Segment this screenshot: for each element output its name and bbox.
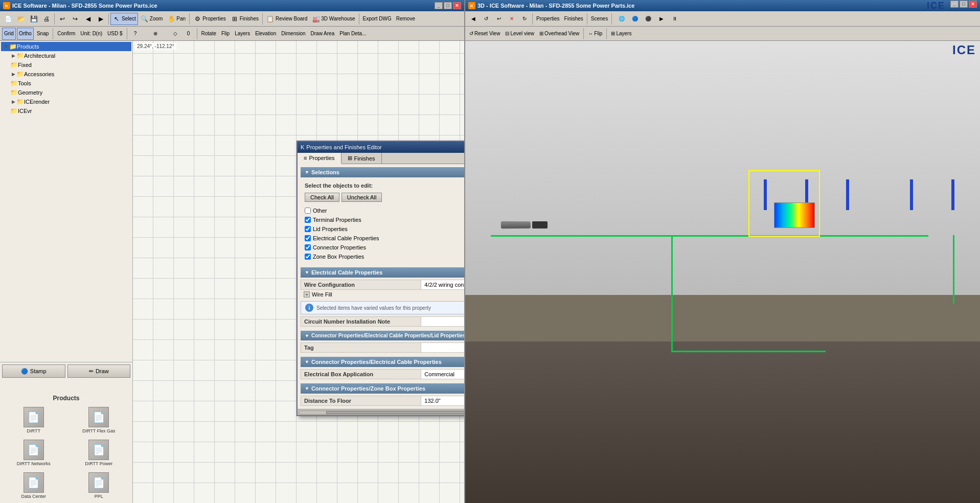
3d-reset-btn[interactable]: ↺ xyxy=(480,13,492,25)
grid-mode-btn[interactable]: Grid xyxy=(2,28,16,40)
connector-section-header[interactable]: ▼ Connector Properties/Electrical Cable … xyxy=(301,331,464,340)
expander-accessories[interactable]: ▶ xyxy=(10,71,16,77)
expander-products[interactable]: ▼ xyxy=(3,43,9,50)
snap-toggle[interactable]: ◇ xyxy=(169,28,181,40)
zoom-btn[interactable]: 🔍 Zoom xyxy=(139,13,165,25)
new-btn[interactable]: 📄 xyxy=(2,13,14,25)
tree-item-icevr[interactable]: 📁 ICEvr xyxy=(1,106,131,116)
minimize-button[interactable]: _ xyxy=(435,2,443,9)
wire-fill-expand-btn[interactable]: + xyxy=(304,291,310,298)
layers-btn[interactable]: Layers xyxy=(233,28,252,40)
plan-detail-btn[interactable]: Plan Deta... xyxy=(337,28,368,40)
right-maximize-button[interactable]: □ xyxy=(960,1,968,8)
right-minimize-button[interactable]: _ xyxy=(950,1,959,8)
scrollbar-track[interactable] xyxy=(299,410,464,415)
dimension-btn[interactable]: Dimension xyxy=(279,28,307,40)
warehouse-btn[interactable]: 🏭 3D Warehouse xyxy=(310,13,357,25)
product-dirtt-flex-gas[interactable]: 📄 DIRTT Flex Gas xyxy=(67,405,131,436)
export-dwg-btn[interactable]: Export DWG xyxy=(361,13,394,25)
remove-btn[interactable]: Remove xyxy=(394,13,417,25)
flip-btn[interactable]: Flip xyxy=(219,28,232,40)
cb-connector-input[interactable] xyxy=(305,244,311,250)
level-view-btn[interactable]: ⊟ Level view xyxy=(503,28,536,40)
tag-input[interactable] xyxy=(424,345,464,351)
3d-undo-btn[interactable]: ↩ xyxy=(493,13,505,25)
3d-flip-btn[interactable]: ↔ Flip xyxy=(586,28,604,40)
3d-layers-btn[interactable]: ⊞ Layers xyxy=(609,28,633,40)
help-btn[interactable]: ? xyxy=(129,28,142,40)
product-dirtt-networks[interactable]: 📄 DIRTT Networks xyxy=(2,438,65,468)
zone-box-section-header[interactable]: ▼ Connector Properties/Zone Box Properti… xyxy=(301,383,464,394)
3d-icon-btn-2[interactable]: 🔵 xyxy=(629,13,641,25)
3d-refresh-btn[interactable]: ↻ xyxy=(518,13,531,25)
product-dirtt-power[interactable]: 📄 DIRTT Power xyxy=(67,438,131,468)
3d-icon-btn-1[interactable]: 🌐 xyxy=(616,13,628,25)
maximize-button[interactable]: □ xyxy=(444,2,452,9)
cb-lid-input[interactable] xyxy=(305,226,311,232)
tree-item-fixed[interactable]: 📁 Fixed xyxy=(1,60,131,70)
tree-item-icerender[interactable]: ▶ 📁 ICErender xyxy=(1,97,131,106)
expander-icerender[interactable]: ▶ xyxy=(10,99,16,105)
right-close-button[interactable]: ✕ xyxy=(969,1,977,8)
cb-zone-box-input[interactable] xyxy=(305,254,311,260)
3d-icon-btn-3[interactable]: ⚫ xyxy=(642,13,654,25)
confirm-btn[interactable]: Confirm xyxy=(55,28,77,40)
cb-electrical-cable-input[interactable] xyxy=(305,235,311,241)
properties-dialog[interactable]: K Properties and Finishes Editor _ □ ✕ xyxy=(297,141,464,416)
product-data-center[interactable]: 📄 Data Center xyxy=(2,470,65,501)
elevation-btn[interactable]: Elevation xyxy=(253,28,278,40)
rotate-btn[interactable]: Rotate xyxy=(199,28,218,40)
properties-btn[interactable]: ⚙ Properties xyxy=(191,13,228,25)
overhead-view-btn[interactable]: ⊞ Overhead View xyxy=(537,28,581,40)
open-btn[interactable]: 📂 xyxy=(15,13,27,25)
forward-btn[interactable]: ▶ xyxy=(95,13,107,25)
tree-item-architectural[interactable]: ▶ 📁 Architectural xyxy=(1,51,131,60)
review-board-btn[interactable]: 📋 Review Board xyxy=(264,13,309,25)
print-btn[interactable]: 🖨 xyxy=(40,13,53,25)
wire-config-input[interactable] xyxy=(424,282,464,288)
ortho-btn[interactable]: Unit: D(n)Ortho xyxy=(17,28,34,40)
scrollbar-thumb[interactable] xyxy=(326,411,464,414)
3d-scenes-btn[interactable]: Scenes xyxy=(589,13,610,25)
pan-btn[interactable]: ✋ Pan xyxy=(165,13,188,25)
3d-icon-btn-4[interactable]: ▶ xyxy=(655,13,668,25)
3d-finishes-btn[interactable]: Finishes xyxy=(562,13,585,25)
selections-section-header[interactable]: ▼ Selections xyxy=(301,167,464,177)
select-btn[interactable]: ↖ Select xyxy=(110,13,138,25)
close-button[interactable]: ✕ xyxy=(453,2,461,9)
right-window-controls: ICE _ □ ✕ xyxy=(927,1,977,11)
undo-btn[interactable]: ↩ xyxy=(56,13,69,25)
3d-back-btn[interactable]: ◀ xyxy=(467,13,480,25)
draw-area-btn[interactable]: Draw Area xyxy=(309,28,337,40)
cb-other-input[interactable] xyxy=(305,208,311,214)
tree-item-tools[interactable]: 📁 Tools xyxy=(1,79,131,88)
tree-item-accessories[interactable]: ▶ 📁 Accessories xyxy=(1,70,131,79)
3d-close-btn[interactable]: ✕ xyxy=(506,13,518,25)
3d-icon-btn-5[interactable]: ⏸ xyxy=(669,13,681,25)
tree-item-geometry[interactable]: 📁 Geometry xyxy=(1,88,131,97)
stamp-button[interactable]: 🔵 Stamp xyxy=(2,364,65,378)
3d-properties-btn[interactable]: Properties xyxy=(534,13,562,25)
tab-properties[interactable]: ≡ Properties xyxy=(298,153,341,164)
dialog-scrollbar[interactable] xyxy=(298,409,464,415)
distance-input[interactable] xyxy=(424,398,464,404)
uncheck-all-btn[interactable]: Uncheck All xyxy=(341,193,382,202)
finishes-btn[interactable]: ⊞ Finishes xyxy=(229,13,261,25)
back-btn[interactable]: ◀ xyxy=(82,13,94,25)
cb-terminal-input[interactable] xyxy=(305,217,311,223)
circuit-note-input[interactable] xyxy=(424,318,464,325)
expander-architectural[interactable]: ▶ xyxy=(10,53,16,59)
conn-elec-section-header[interactable]: ▼ Connector Properties/Electrical Cable … xyxy=(301,357,464,367)
snap-btn[interactable]: Snap xyxy=(35,28,51,40)
electrical-cable-section-header[interactable]: ▼ Electrical Cable Properties xyxy=(301,267,464,278)
redo-btn[interactable]: ↪ xyxy=(69,13,81,25)
draw-button[interactable]: ✏ Draw xyxy=(67,364,131,378)
reset-view-btn[interactable]: ↺ Reset View xyxy=(467,28,502,40)
product-ppl[interactable]: 📄 PPL xyxy=(67,470,131,501)
check-all-btn[interactable]: Check All xyxy=(305,193,339,202)
tree-item-products[interactable]: ▼ 📁 Products xyxy=(1,42,131,51)
product-dirtt[interactable]: 📄 DIRTT xyxy=(2,405,65,436)
box-app-input[interactable] xyxy=(424,371,464,377)
tab-finishes[interactable]: ⊞ Finishes xyxy=(341,153,382,164)
save-btn[interactable]: 💾 xyxy=(28,13,40,25)
